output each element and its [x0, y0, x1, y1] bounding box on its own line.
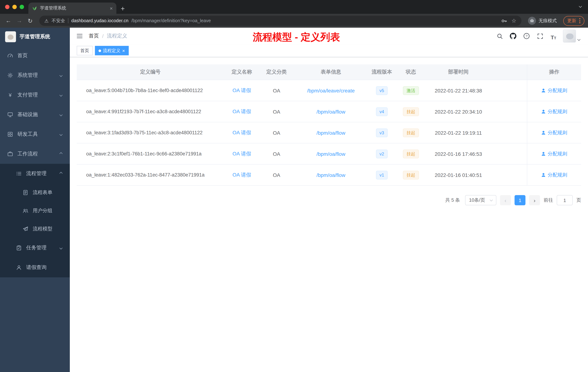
github-icon[interactable]: [509, 32, 517, 40]
status-badge: 挂起: [403, 171, 419, 179]
next-page-button[interactable]: ›: [529, 195, 540, 205]
status-badge: 挂起: [403, 107, 419, 116]
new-tab-button[interactable]: +: [121, 5, 125, 12]
definition-id: oa_leave:4:991f2193-7b7f-11ec-a3c8-acde4…: [77, 101, 224, 122]
sidebar-item-leave-query[interactable]: 请假查询: [0, 258, 70, 277]
content-area: 定义编号 定义名称 定义分类 表单信息 流程版本 状态 部署时间 操作 oa_l…: [70, 57, 588, 372]
form-link[interactable]: /bpm/oa/flow: [316, 130, 346, 136]
incognito-label: 无痕模式: [538, 18, 557, 24]
tag-process-definition[interactable]: 流程定义 ×: [95, 46, 128, 55]
person-icon: [541, 88, 546, 93]
assign-rule-link[interactable]: 分配规则: [541, 151, 567, 157]
sidebar-item-label: 工作流程: [17, 151, 38, 157]
definition-name-link[interactable]: OA 请假: [232, 151, 251, 157]
bookmark-star-icon[interactable]: ☆: [512, 17, 516, 24]
window-minimize-button[interactable]: [12, 5, 17, 9]
clipboard-icon: [16, 245, 22, 251]
definition-name-link[interactable]: OA 请假: [232, 129, 251, 136]
font-size-icon[interactable]: TT: [549, 32, 557, 40]
sidebar-item-infrastructure[interactable]: 基础设施: [0, 105, 70, 124]
breadcrumb-home[interactable]: 首页: [89, 33, 99, 39]
avatar[interactable]: [563, 30, 576, 43]
prev-page-button[interactable]: ‹: [500, 195, 511, 205]
security-label: 不安全: [52, 18, 65, 24]
goto-page-input[interactable]: [557, 195, 573, 205]
sidebar-item-label: 流程表单: [33, 189, 52, 196]
not-secure-warning-icon: ⚠: [44, 18, 49, 23]
chevron-down-icon: [59, 246, 62, 249]
tag-close-icon[interactable]: ×: [122, 48, 125, 53]
tag-home[interactable]: 首页: [77, 46, 93, 55]
browser-menu-icon[interactable]: [579, 18, 580, 24]
assign-rule-link[interactable]: 分配规则: [541, 87, 567, 94]
reload-button[interactable]: ↻: [25, 17, 35, 24]
document-icon: [22, 190, 28, 196]
app-header: 首页 / 流程定义 流程模型 - 定义列表 ?: [70, 28, 588, 44]
search-icon[interactable]: [496, 32, 504, 40]
status-badge: 挂起: [403, 149, 419, 158]
sidebar-item-payment[interactable]: ¥ 支付管理: [0, 85, 70, 105]
sidebar-item-label: 支付管理: [17, 92, 38, 98]
sidebar-item-workflow[interactable]: 工作流程: [0, 144, 70, 164]
password-key-icon[interactable]: [501, 18, 507, 24]
assign-rule-link[interactable]: 分配规则: [541, 108, 567, 115]
form-link[interactable]: /bpm/oa/flow: [316, 151, 346, 157]
back-button[interactable]: ←: [4, 17, 13, 24]
definition-name-link[interactable]: OA 请假: [232, 172, 251, 178]
window-close-button[interactable]: [5, 5, 10, 9]
user-menu-caret-icon[interactable]: [578, 38, 580, 41]
address-bar[interactable]: ⚠ 不安全 dashboard.yudao.iocoder.cn /bpm/ma…: [39, 16, 521, 26]
col-header-name: 定义名称: [224, 65, 260, 80]
sidebar-item-process-management[interactable]: 流程管理: [0, 164, 70, 184]
logo-title: 芋道管理系统: [20, 33, 50, 40]
definition-name-link[interactable]: OA 请假: [232, 108, 251, 115]
page-1-button[interactable]: 1: [514, 195, 525, 205]
definition-category: OA: [260, 80, 294, 101]
sidebar-item-task-management[interactable]: 任务管理: [0, 238, 70, 258]
sidebar-item-label: 用户分组: [33, 208, 52, 214]
incognito-badge: 无痕模式: [528, 17, 557, 25]
omnibox-divider: [68, 18, 68, 23]
breadcrumb-current: 流程定义: [107, 33, 127, 39]
page-size-select[interactable]: 10条/页: [465, 195, 496, 205]
sidebar-item-system[interactable]: 系统管理: [0, 66, 70, 85]
sidebar-toggle-icon[interactable]: [76, 32, 84, 40]
url-host: dashboard.yudao.iocoder.cn: [71, 18, 128, 23]
form-link[interactable]: /bpm/oa/flow: [316, 109, 346, 114]
tab-close-icon[interactable]: ×: [110, 6, 113, 11]
person-icon: [541, 109, 546, 114]
person-icon: [541, 130, 546, 135]
fullscreen-icon[interactable]: [536, 32, 544, 40]
form-link[interactable]: /bpm/oa/flow: [316, 172, 346, 178]
window-zoom-button[interactable]: [20, 5, 24, 9]
assign-rule-link[interactable]: 分配规则: [541, 129, 567, 136]
version-badge: v4: [376, 107, 388, 116]
chevron-up-icon: [59, 172, 62, 175]
definition-category: OA: [260, 101, 294, 122]
sidebar-item-dev-tools[interactable]: 研发工具: [0, 124, 70, 144]
assign-rule-link[interactable]: 分配规则: [541, 172, 567, 178]
help-icon[interactable]: ?: [523, 32, 531, 40]
col-header-id: 定义编号: [77, 65, 224, 80]
sidebar-logo[interactable]: 芋道管理系统: [0, 28, 70, 46]
tab-search-chevron-icon[interactable]: [579, 5, 582, 8]
favicon-icon: [32, 6, 37, 11]
browser-tab[interactable]: 芋道管理系统 ×: [28, 2, 116, 14]
dashboard-icon: [7, 53, 13, 59]
browser-update-button[interactable]: 更新: [563, 16, 584, 26]
chevron-down-icon: [59, 133, 62, 136]
definition-id: oa_leave:2:3c1f0ef1-76b1-11ec-9c66-a2380…: [77, 143, 224, 164]
sidebar: 芋道管理系统 首页 系统管理 ¥ 支付管理 基础设施: [0, 28, 70, 372]
sidebar-item-user-group[interactable]: 用户分组: [0, 202, 70, 220]
sidebar-item-process-form[interactable]: 流程表单: [0, 184, 70, 202]
users-icon: [22, 208, 28, 214]
sidebar-item-process-model[interactable]: 流程模型: [0, 220, 70, 238]
monitor-icon: [7, 112, 13, 118]
sidebar-item-home[interactable]: 首页: [0, 46, 70, 66]
definition-name-link[interactable]: OA 请假: [232, 87, 251, 94]
user-menu[interactable]: [563, 30, 580, 43]
forward-button[interactable]: →: [15, 17, 24, 24]
goto-label: 前往: [544, 197, 553, 203]
deploy-time: 2022-01-22 19:19:11: [427, 122, 490, 143]
form-link[interactable]: /bpm/oa/leave/create: [307, 88, 355, 93]
